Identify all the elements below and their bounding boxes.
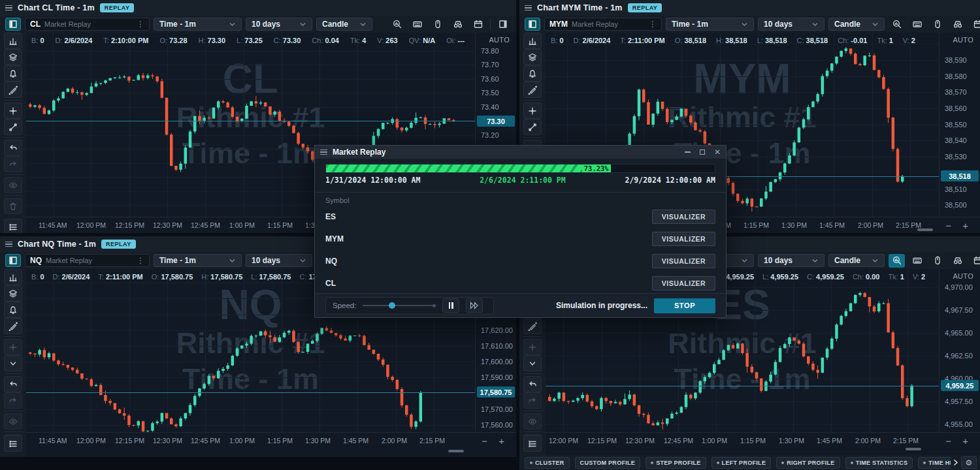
scrollbar-thumb[interactable] — [917, 228, 933, 231]
layers-icon[interactable] — [4, 285, 22, 302]
binoc-icon[interactable] — [449, 18, 466, 31]
undo-icon[interactable] — [4, 140, 22, 156]
line-icon[interactable] — [523, 119, 542, 135]
symbol-input[interactable]: CLMarket Replay⋮ — [25, 18, 150, 31]
bars-icon[interactable] — [523, 33, 542, 49]
more-options-icon[interactable]: ⋮ — [137, 257, 144, 264]
pencil-icon[interactable] — [4, 318, 22, 334]
profile-button[interactable]: CUSTOM PROFILE — [575, 457, 641, 469]
trash-icon[interactable] — [4, 198, 22, 214]
menu-icon[interactable] — [320, 149, 327, 155]
maximize-icon[interactable] — [700, 149, 705, 155]
chev-icon[interactable] — [523, 355, 542, 371]
time-axis[interactable]: 12:00 PM12:15 PM12:30 PM12:45 PM1:00 PM1… — [546, 432, 980, 455]
chart-search-icon[interactable] — [389, 18, 405, 31]
style-dropdown[interactable]: Candle — [316, 18, 372, 31]
profile-button[interactable]: CLUSTER — [525, 457, 570, 469]
cross-icon[interactable] — [4, 339, 22, 355]
range-dropdown[interactable]: 10 days — [246, 254, 312, 267]
close-icon[interactable]: ✕ — [714, 148, 721, 156]
zoom-in-button[interactable]: + — [962, 435, 968, 446]
range-dropdown[interactable]: 10 days — [246, 18, 312, 31]
redo-icon[interactable] — [523, 392, 542, 409]
keyboard-icon[interactable] — [909, 18, 925, 31]
panel-toggle-icon[interactable] — [495, 18, 511, 31]
bell-icon[interactable] — [4, 65, 22, 82]
minimize-icon[interactable] — [685, 151, 691, 153]
keyboard-icon[interactable] — [909, 254, 925, 268]
panel-titlebar[interactable]: Chart MYM Time - 1mREPLAY — [519, 0, 980, 16]
binoc-icon[interactable] — [949, 18, 966, 31]
menu-icon[interactable] — [525, 5, 532, 11]
zoom-out-button[interactable]: − — [945, 435, 951, 446]
object-list-icon[interactable] — [4, 435, 22, 452]
zoom-in-button[interactable]: + — [498, 435, 504, 446]
bell-icon[interactable] — [4, 302, 22, 318]
mouse-icon[interactable] — [929, 18, 945, 31]
eye-icon[interactable] — [4, 177, 22, 193]
menu-icon[interactable] — [5, 242, 12, 247]
chart-type-button[interactable] — [525, 18, 540, 31]
cross-icon[interactable] — [4, 102, 22, 119]
zoom-out-button[interactable]: − — [482, 435, 487, 446]
eye-icon[interactable] — [4, 413, 22, 430]
object-list-icon[interactable] — [4, 219, 22, 233]
mouse-icon[interactable] — [929, 254, 945, 268]
keyboard-icon[interactable] — [409, 18, 425, 31]
panel-titlebar[interactable]: Chart CL Time - 1mREPLAY — [0, 0, 516, 16]
period-dropdown[interactable]: Time - 1m — [666, 18, 754, 31]
replay-progress-bar[interactable]: 73.23% — [325, 164, 715, 173]
cal-icon[interactable] — [970, 18, 980, 31]
layers-icon[interactable] — [4, 49, 22, 65]
pause-button[interactable] — [442, 298, 459, 313]
dialog-titlebar[interactable]: Market Replay ✕ — [315, 146, 726, 159]
style-dropdown[interactable]: Candle — [828, 254, 885, 267]
pencil-icon[interactable] — [523, 82, 542, 98]
scrollbar-thumb[interactable] — [906, 448, 921, 450]
visualizer-button[interactable]: VISUALIZER — [652, 232, 715, 246]
redo-icon[interactable] — [4, 392, 22, 409]
profile-button[interactable]: STEP PROFILE — [645, 457, 706, 469]
bell-icon[interactable] — [523, 65, 542, 82]
price-axis[interactable]: AUTO4,970.004,967.504,965.004,962.504,96… — [939, 269, 980, 432]
cross-icon[interactable] — [523, 102, 542, 119]
profile-button[interactable]: RIGHT PROFILE — [776, 457, 840, 469]
visualizer-button[interactable]: VISUALIZER — [652, 210, 715, 224]
range-dropdown[interactable]: 10 days — [758, 254, 825, 267]
binoc-icon[interactable] — [949, 254, 966, 268]
speed-slider[interactable] — [363, 302, 436, 309]
eye-icon[interactable] — [523, 413, 542, 430]
undo-icon[interactable] — [523, 376, 542, 392]
zoom-in-button[interactable]: + — [962, 220, 968, 231]
chart-type-button[interactable] — [5, 254, 21, 267]
bars-icon[interactable] — [4, 269, 22, 285]
range-dropdown[interactable]: 10 days — [758, 18, 825, 31]
redo-icon[interactable] — [4, 156, 22, 172]
cal-icon[interactable] — [970, 254, 980, 268]
more-options-icon[interactable]: ⋮ — [649, 20, 657, 28]
time-axis[interactable]: 11:45 AM12:00 PM12:15 PM12:30 PM12:45 PM… — [26, 432, 516, 457]
price-axis[interactable]: AUTO38,59038,58038,57038,56038,55038,540… — [939, 33, 980, 217]
stop-button[interactable]: STOP — [654, 298, 715, 313]
chart-search-icon[interactable] — [889, 18, 905, 31]
chart-type-button[interactable] — [5, 18, 21, 31]
bars-icon[interactable] — [4, 33, 22, 49]
undo-icon[interactable] — [4, 376, 22, 392]
period-dropdown[interactable]: Time - 1m — [154, 254, 242, 267]
line-icon[interactable] — [4, 119, 22, 135]
style-dropdown[interactable]: Candle — [828, 18, 885, 31]
profile-button[interactable]: TIME STATISTICS — [845, 457, 913, 469]
chev-icon[interactable] — [4, 355, 22, 371]
visualizer-button[interactable]: VISUALIZER — [652, 276, 715, 290]
more-options-icon[interactable]: ⋮ — [137, 20, 144, 28]
cal-icon[interactable] — [470, 18, 486, 31]
menu-icon[interactable] — [5, 5, 12, 11]
settings-gear-icon[interactable]: ⚙ — [961, 456, 977, 469]
visualizer-button[interactable]: VISUALIZER — [652, 254, 715, 268]
fast-forward-button[interactable] — [466, 298, 483, 313]
scrollbar-thumb[interactable] — [448, 450, 464, 452]
profile-button[interactable]: LEFT PROFILE — [711, 457, 772, 469]
cross-icon[interactable] — [523, 339, 542, 355]
layers-icon[interactable] — [523, 49, 542, 65]
overflow-chevron-icon[interactable] — [953, 459, 958, 466]
